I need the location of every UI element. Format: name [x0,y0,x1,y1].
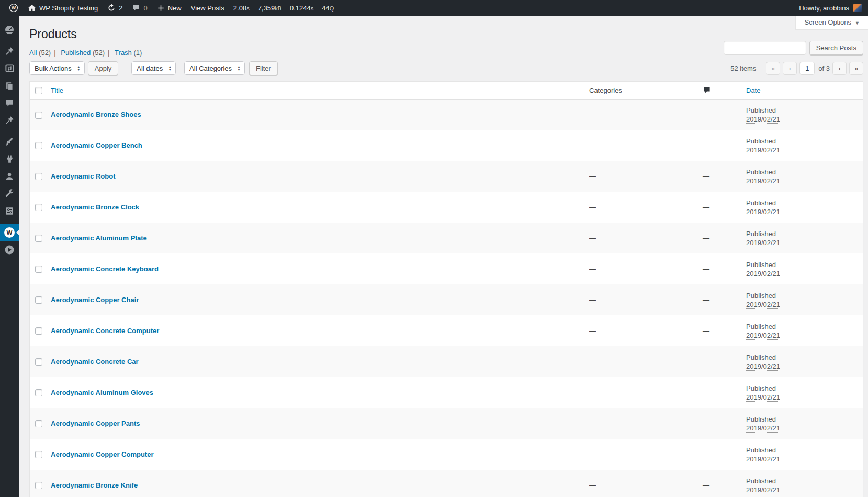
updates-menu[interactable]: 2 [103,0,127,16]
product-title-link[interactable]: Aerodynamic Copper Pants [51,419,140,427]
publish-date: 2019/02/21 [746,393,780,402]
screen-options-tab[interactable]: Screen Options▼ [795,16,868,30]
row-checkbox[interactable] [35,420,42,427]
row-checkbox[interactable] [35,451,42,458]
bulk-actions-select[interactable]: Bulk Actions ▲▼ [29,61,85,75]
row-checkbox[interactable] [35,204,42,211]
comments-value: — [703,111,709,118]
product-row: Aerodynamic Copper Chair — — Published 2… [30,284,863,315]
row-checkbox[interactable] [35,173,42,180]
product-title-link[interactable]: Aerodynamic Copper Chair [51,296,139,304]
items-count: 52 items [730,64,756,72]
current-page-input[interactable] [799,62,815,75]
row-checkbox[interactable] [35,296,42,304]
categories-value: — [589,141,596,149]
site-name-menu[interactable]: WP Shopify Testing [23,0,103,16]
view-posts-label: View Posts [191,4,224,12]
filter-button[interactable]: Filter [249,61,278,75]
search-posts-button[interactable]: Search Posts [809,41,863,55]
product-title-link[interactable]: Aerodynamic Concrete Computer [51,327,159,335]
comments-header [695,82,740,99]
row-checkbox[interactable] [35,142,42,149]
categories-header: Categories [584,82,695,99]
sidebar-item-comments[interactable] [0,94,19,112]
publish-date: 2019/02/21 [746,208,780,216]
publish-status: Published [746,198,863,207]
publish-status: Published [746,137,863,146]
categories-value: — [589,419,596,427]
last-page-button[interactable]: » [849,62,863,75]
product-row: Aerodynamic Concrete Computer — — Publis… [30,315,863,346]
apply-button[interactable]: Apply [88,61,119,75]
publish-status: Published [746,322,863,331]
product-title-link[interactable]: Aerodynamic Copper Computer [51,450,153,458]
comments-menu[interactable]: 0 [127,0,152,16]
filter-link-published[interactable]: Published [61,49,91,57]
total-pages-label: of 3 [818,64,830,72]
howdy-text: Howdy, arobbins [799,4,849,12]
publish-date: 2019/02/21 [746,486,780,494]
row-checkbox[interactable] [35,112,42,119]
product-title-link[interactable]: Aerodynamic Concrete Car [51,358,139,366]
home-icon [28,4,36,12]
product-title-link[interactable]: Aerodynamic Concrete Keyboard [51,265,159,273]
query-monitor-menu[interactable]: 2.08s 7,359kB 0.1244s 44Q [229,0,339,16]
filter-link-trash[interactable]: Trash [115,49,132,57]
sidebar-item-wp-shopify[interactable]: W [0,224,19,241]
product-title-link[interactable]: Aerodynamic Bronze Knife [51,481,138,489]
select-all-checkbox[interactable] [35,87,42,94]
sidebar-item-dashboard[interactable] [0,21,19,38]
categories-value: — [589,172,596,180]
pages-icon [5,81,14,91]
row-checkbox[interactable] [35,266,42,273]
product-row: Aerodynamic Bronze Clock — — Published 2… [30,192,863,223]
search-input[interactable] [724,41,806,55]
comments-value: — [703,203,709,211]
sidebar-item-pages[interactable] [0,77,19,94]
row-checkbox[interactable] [35,235,42,242]
publish-date: 2019/02/21 [746,424,780,433]
plugins-plug-icon [5,154,15,164]
posts-pin-icon [5,46,15,56]
svg-text:W: W [7,229,13,236]
dates-filter-select[interactable]: All dates ▲▼ [131,61,176,75]
categories-value: — [589,481,596,489]
row-checkbox[interactable] [35,358,42,366]
product-title-link[interactable]: Aerodynamic Aluminum Gloves [51,389,153,396]
product-title-link[interactable]: Aerodynamic Robot [51,172,116,180]
my-account-menu[interactable]: Howdy, arobbins [794,0,866,16]
filter-link-all[interactable]: All [29,49,37,57]
publish-date: 2019/02/21 [746,362,780,371]
row-checkbox[interactable] [35,389,42,396]
wordpress-logo-menu[interactable]: W [4,0,23,16]
sidebar-item-products[interactable] [0,112,19,129]
product-row: Aerodynamic Bronze Shoes — — Published 2… [30,99,863,130]
sidebar-item-plugins[interactable] [0,150,19,168]
row-checkbox[interactable] [35,327,42,335]
product-title-link[interactable]: Aerodynamic Copper Bench [51,141,142,149]
sort-by-date-header[interactable]: Date [746,86,760,94]
sidebar-item-settings[interactable] [0,202,19,219]
update-count: 2 [119,4,122,12]
product-title-link[interactable]: Aerodynamic Aluminum Plate [51,234,147,242]
view-posts-menu[interactable]: View Posts [186,0,229,16]
publish-status: Published [746,384,863,393]
product-title-link[interactable]: Aerodynamic Bronze Shoes [51,111,141,118]
categories-filter-select[interactable]: All Categories ▲▼ [184,61,245,75]
sidebar-item-posts[interactable] [0,42,19,60]
sidebar-item-media[interactable] [0,60,19,77]
sidebar-item-appearance[interactable] [0,133,19,150]
comments-value: — [703,358,709,366]
product-title-link[interactable]: Aerodynamic Bronze Clock [51,203,139,211]
product-row: Aerodynamic Robot — — Published 2019/02/… [30,161,863,192]
sidebar-item-plugin-extra[interactable] [0,241,19,258]
publish-date: 2019/02/21 [746,270,780,278]
new-menu[interactable]: New [152,0,186,16]
sort-by-title-header[interactable]: Title [51,86,63,94]
comments-icon [5,98,14,108]
next-page-button[interactable]: › [832,62,847,75]
categories-value: — [589,111,596,118]
sidebar-item-users[interactable] [0,168,19,185]
sidebar-item-tools[interactable] [0,185,19,202]
row-checkbox[interactable] [35,482,42,489]
